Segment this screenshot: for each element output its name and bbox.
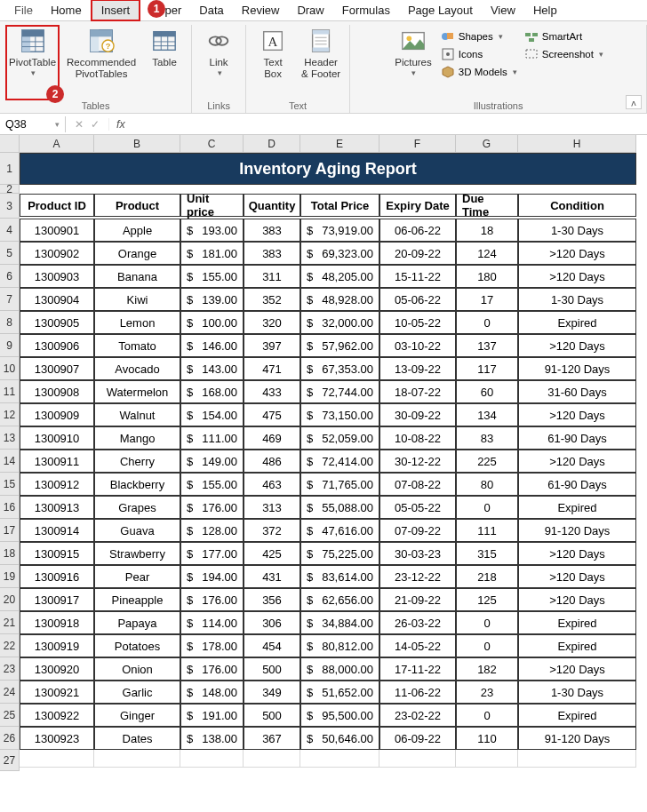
cell-unit-price[interactable]: $194.00 <box>180 565 244 588</box>
column-header-B[interactable]: B <box>94 135 180 153</box>
cell-condition[interactable]: 61-90 Days <box>518 426 636 450</box>
cell-expiry[interactable]: 21-09-22 <box>379 588 456 611</box>
cell-unit-price[interactable]: $143.00 <box>180 357 244 380</box>
menu-home[interactable]: Home <box>42 1 91 20</box>
cell-product[interactable]: Papaya <box>94 611 180 634</box>
cell-expiry[interactable]: 03-10-22 <box>379 334 456 357</box>
textbox-button[interactable]: A Text Box <box>252 25 294 100</box>
cell-expiry[interactable]: 23-02-22 <box>379 704 456 727</box>
cell-due[interactable]: 0 <box>456 704 518 727</box>
cell-expiry[interactable]: 05-06-22 <box>379 288 456 311</box>
screenshot-button[interactable]: Screenshot▾ <box>523 46 605 62</box>
cell-total-price[interactable]: $75,225.00 <box>300 542 379 565</box>
cell-condition[interactable]: >120 Days <box>518 588 636 611</box>
empty-cell[interactable] <box>180 750 244 768</box>
row-header-2[interactable]: 2 <box>0 185 20 194</box>
cell-total-price[interactable]: $72,744.00 <box>300 380 379 403</box>
column-header-E[interactable]: E <box>300 135 379 153</box>
row-header-3[interactable]: 3 <box>0 194 20 219</box>
cell-condition[interactable]: >120 Days <box>518 565 636 588</box>
cell-due[interactable]: 111 <box>456 519 518 542</box>
row-header-12[interactable]: 12 <box>0 403 20 426</box>
cell-expiry[interactable]: 30-09-22 <box>379 403 456 426</box>
cell-unit-price[interactable]: $178.00 <box>180 634 244 657</box>
cell-condition[interactable]: 61-90 Days <box>518 473 636 496</box>
cell-product-id[interactable]: 1300917 <box>20 588 94 611</box>
cell-unit-price[interactable]: $148.00 <box>180 681 244 704</box>
empty-cell[interactable] <box>20 750 94 768</box>
cell-condition[interactable]: 31-60 Days <box>518 380 636 403</box>
empty-cell[interactable] <box>244 750 300 768</box>
spreadsheet-grid[interactable]: ABCDEFGH1Inventory Aging Report23Product… <box>0 135 647 771</box>
cell-quantity[interactable]: 397 <box>244 334 300 357</box>
cell-condition[interactable]: >120 Days <box>518 657 636 681</box>
cell-unit-price[interactable]: $146.00 <box>180 334 244 357</box>
cell-product[interactable]: Cherry <box>94 450 180 473</box>
cell-product-id[interactable]: 1300909 <box>20 403 94 426</box>
cell-unit-price[interactable]: $100.00 <box>180 311 244 334</box>
column-header-H[interactable]: H <box>518 135 636 153</box>
recommended-pivottables-button[interactable]: ? Recommended PivotTables <box>63 25 140 100</box>
cell-due[interactable]: 315 <box>456 542 518 565</box>
cell-condition[interactable]: Expired <box>518 704 636 727</box>
cell-product-id[interactable]: 1300906 <box>20 334 94 357</box>
row-header-17[interactable]: 17 <box>0 519 20 542</box>
cell-product[interactable]: Onion <box>94 657 180 681</box>
cell-expiry[interactable]: 06-06-22 <box>379 219 456 242</box>
cell-total-price[interactable]: $51,652.00 <box>300 681 379 704</box>
cell-quantity[interactable]: 500 <box>244 657 300 681</box>
cell-unit-price[interactable]: $191.00 <box>180 704 244 727</box>
cell-expiry[interactable]: 15-11-22 <box>379 265 456 288</box>
column-header-C[interactable]: C <box>180 135 244 153</box>
cell-due[interactable]: 180 <box>456 265 518 288</box>
cell-product-id[interactable]: 1300912 <box>20 473 94 496</box>
cell-product-id[interactable]: 1300910 <box>20 426 94 450</box>
cell-quantity[interactable]: 433 <box>244 380 300 403</box>
cell-product-id[interactable]: 1300911 <box>20 450 94 473</box>
cell-unit-price[interactable]: $181.00 <box>180 242 244 265</box>
cell-product[interactable]: Ginger <box>94 704 180 727</box>
menu-help[interactable]: Help <box>524 1 566 20</box>
cell-product[interactable]: Avocado <box>94 357 180 380</box>
menu-review[interactable]: Review <box>233 1 289 20</box>
cell-condition[interactable]: >120 Days <box>518 450 636 473</box>
cell-quantity[interactable]: 372 <box>244 519 300 542</box>
cell-unit-price[interactable]: $138.00 <box>180 727 244 750</box>
empty-cell[interactable] <box>300 750 379 768</box>
cell-total-price[interactable]: $32,000.00 <box>300 311 379 334</box>
cell-product[interactable]: Garlic <box>94 681 180 704</box>
smartart-button[interactable]: SmartArt <box>523 28 605 44</box>
cell-product[interactable]: Apple <box>94 219 180 242</box>
cell-due[interactable]: 83 <box>456 426 518 450</box>
cell-quantity[interactable]: 311 <box>244 265 300 288</box>
cell-unit-price[interactable]: $193.00 <box>180 219 244 242</box>
cell-condition[interactable]: >120 Days <box>518 242 636 265</box>
cell-quantity[interactable]: 471 <box>244 357 300 380</box>
cell-due[interactable]: 110 <box>456 727 518 750</box>
cell-quantity[interactable]: 349 <box>244 681 300 704</box>
cell-total-price[interactable]: $73,919.00 <box>300 219 379 242</box>
cell-total-price[interactable]: $83,614.00 <box>300 565 379 588</box>
cell-condition[interactable]: 91-120 Days <box>518 519 636 542</box>
cell-condition[interactable]: Expired <box>518 634 636 657</box>
cell-product-id[interactable]: 1300908 <box>20 380 94 403</box>
cell-due[interactable]: 125 <box>456 588 518 611</box>
cell-unit-price[interactable]: $128.00 <box>180 519 244 542</box>
row-header-27[interactable]: 27 <box>0 750 20 771</box>
cell-expiry[interactable]: 17-11-22 <box>379 657 456 681</box>
cell-condition[interactable]: >120 Days <box>518 265 636 288</box>
cell-unit-price[interactable]: $176.00 <box>180 496 244 519</box>
cell-product-id[interactable]: 1300913 <box>20 496 94 519</box>
cell-quantity[interactable]: 367 <box>244 727 300 750</box>
cell-condition[interactable]: >120 Days <box>518 403 636 426</box>
cell-product[interactable]: Lemon <box>94 311 180 334</box>
row-header-9[interactable]: 9 <box>0 334 20 357</box>
row-header-8[interactable]: 8 <box>0 311 20 334</box>
cell-due[interactable]: 23 <box>456 681 518 704</box>
cell-quantity[interactable]: 320 <box>244 311 300 334</box>
cell-total-price[interactable]: $52,059.00 <box>300 426 379 450</box>
row-header-5[interactable]: 5 <box>0 242 20 265</box>
cell-product[interactable]: Watermelon <box>94 380 180 403</box>
row-header-19[interactable]: 19 <box>0 565 20 588</box>
cell-due[interactable]: 137 <box>456 334 518 357</box>
